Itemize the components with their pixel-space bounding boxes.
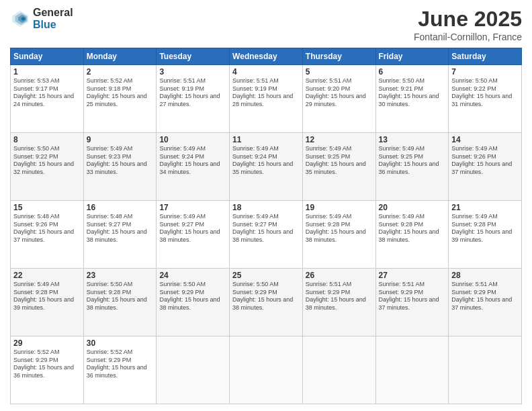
- calendar-day-header: Tuesday: [157, 48, 230, 65]
- calendar-cell: 15 Sunrise: 5:48 AMSunset: 9:26 PMDaylig…: [11, 201, 84, 269]
- day-info: Sunrise: 5:51 AMSunset: 9:29 PMDaylight:…: [451, 281, 519, 312]
- month-title: June 2025: [414, 7, 522, 32]
- calendar-cell: 12 Sunrise: 5:49 AMSunset: 9:25 PMDaylig…: [302, 133, 375, 201]
- day-number: 4: [232, 67, 300, 77]
- calendar-cell: 21 Sunrise: 5:49 AMSunset: 9:28 PMDaylig…: [449, 201, 522, 269]
- day-number: 17: [159, 203, 226, 212]
- calendar-table: SundayMondayTuesdayWednesdayThursdayFrid…: [10, 48, 522, 404]
- day-info: Sunrise: 5:49 AMSunset: 9:23 PMDaylight:…: [87, 145, 154, 177]
- logo-general-text: General: [33, 7, 73, 19]
- day-info: Sunrise: 5:49 AMSunset: 9:28 PMDaylight:…: [13, 281, 81, 312]
- calendar-cell: 11 Sunrise: 5:49 AMSunset: 9:24 PMDaylig…: [230, 133, 303, 201]
- day-info: Sunrise: 5:49 AMSunset: 9:28 PMDaylight:…: [379, 213, 446, 244]
- day-number: 15: [13, 203, 81, 212]
- logo-icon: [10, 9, 30, 29]
- day-info: Sunrise: 5:49 AMSunset: 9:28 PMDaylight:…: [451, 213, 519, 244]
- calendar-week-row: 8 Sunrise: 5:50 AMSunset: 9:22 PMDayligh…: [11, 133, 522, 201]
- calendar-cell: 18 Sunrise: 5:49 AMSunset: 9:27 PMDaylig…: [230, 201, 303, 269]
- day-info: Sunrise: 5:50 AMSunset: 9:22 PMDaylight:…: [13, 145, 81, 177]
- logo: General Blue: [10, 7, 73, 30]
- calendar-cell: 24 Sunrise: 5:50 AMSunset: 9:29 PMDaylig…: [157, 269, 230, 336]
- day-number: 20: [379, 203, 446, 212]
- day-number: 19: [306, 203, 373, 212]
- calendar-cell: 28 Sunrise: 5:51 AMSunset: 9:29 PMDaylig…: [449, 269, 522, 336]
- day-info: Sunrise: 5:52 AMSunset: 9:18 PMDaylight:…: [87, 77, 154, 109]
- calendar-cell: [375, 336, 449, 404]
- day-number: 25: [232, 271, 300, 280]
- day-number: 21: [451, 203, 519, 212]
- day-info: Sunrise: 5:49 AMSunset: 9:28 PMDaylight:…: [306, 213, 373, 244]
- calendar-cell: 16 Sunrise: 5:48 AMSunset: 9:27 PMDaylig…: [83, 201, 157, 269]
- day-number: 30: [87, 338, 154, 348]
- calendar-cell: 20 Sunrise: 5:49 AMSunset: 9:28 PMDaylig…: [375, 201, 449, 269]
- day-info: Sunrise: 5:50 AMSunset: 9:29 PMDaylight:…: [159, 281, 226, 312]
- day-number: 14: [451, 135, 519, 144]
- day-info: Sunrise: 5:51 AMSunset: 9:19 PMDaylight:…: [159, 77, 226, 109]
- day-info: Sunrise: 5:49 AMSunset: 9:24 PMDaylight:…: [159, 145, 226, 177]
- day-info: Sunrise: 5:50 AMSunset: 9:21 PMDaylight:…: [379, 77, 446, 109]
- day-info: Sunrise: 5:51 AMSunset: 9:19 PMDaylight:…: [232, 77, 300, 109]
- day-number: 3: [159, 67, 226, 77]
- day-number: 2: [87, 67, 154, 77]
- calendar-cell: 27 Sunrise: 5:51 AMSunset: 9:29 PMDaylig…: [375, 269, 449, 336]
- calendar-day-header: Wednesday: [230, 48, 303, 65]
- day-number: 18: [232, 203, 300, 212]
- day-info: Sunrise: 5:48 AMSunset: 9:27 PMDaylight:…: [87, 213, 154, 244]
- day-number: 28: [451, 271, 519, 280]
- day-number: 24: [159, 271, 226, 280]
- calendar-cell: 14 Sunrise: 5:49 AMSunset: 9:26 PMDaylig…: [449, 133, 522, 201]
- calendar-header-row: SundayMondayTuesdayWednesdayThursdayFrid…: [11, 48, 522, 65]
- calendar-cell: 7 Sunrise: 5:50 AMSunset: 9:22 PMDayligh…: [449, 65, 522, 133]
- calendar-cell: 4 Sunrise: 5:51 AMSunset: 9:19 PMDayligh…: [230, 65, 303, 133]
- day-number: 11: [232, 135, 300, 144]
- day-number: 12: [306, 135, 373, 144]
- day-number: 9: [87, 135, 154, 144]
- day-info: Sunrise: 5:51 AMSunset: 9:29 PMDaylight:…: [306, 281, 373, 312]
- calendar-cell: 5 Sunrise: 5:51 AMSunset: 9:20 PMDayligh…: [302, 65, 375, 133]
- calendar-cell: 26 Sunrise: 5:51 AMSunset: 9:29 PMDaylig…: [302, 269, 375, 336]
- calendar-cell: [157, 336, 230, 404]
- header: General Blue June 2025 Fontanil-Cornillo…: [10, 7, 522, 42]
- day-info: Sunrise: 5:52 AMSunset: 9:29 PMDaylight:…: [13, 349, 81, 380]
- calendar-day-header: Monday: [83, 48, 157, 65]
- calendar-cell: 1 Sunrise: 5:53 AMSunset: 9:17 PMDayligh…: [11, 65, 84, 133]
- day-info: Sunrise: 5:49 AMSunset: 9:27 PMDaylight:…: [159, 213, 226, 244]
- calendar-cell: 30 Sunrise: 5:52 AMSunset: 9:29 PMDaylig…: [83, 336, 157, 404]
- calendar-cell: 17 Sunrise: 5:49 AMSunset: 9:27 PMDaylig…: [157, 201, 230, 269]
- day-info: Sunrise: 5:50 AMSunset: 9:22 PMDaylight:…: [451, 77, 519, 109]
- day-info: Sunrise: 5:49 AMSunset: 9:27 PMDaylight:…: [232, 213, 300, 244]
- day-info: Sunrise: 5:50 AMSunset: 9:29 PMDaylight:…: [232, 281, 300, 312]
- calendar-cell: 9 Sunrise: 5:49 AMSunset: 9:23 PMDayligh…: [83, 133, 157, 201]
- location: Fontanil-Cornillon, France: [414, 32, 522, 42]
- day-info: Sunrise: 5:49 AMSunset: 9:26 PMDaylight:…: [451, 145, 519, 177]
- day-number: 29: [13, 338, 81, 348]
- day-number: 10: [159, 135, 226, 144]
- day-number: 22: [13, 271, 81, 280]
- calendar-cell: [449, 336, 522, 404]
- day-number: 5: [306, 67, 373, 77]
- title-block: June 2025 Fontanil-Cornillon, France: [414, 7, 522, 42]
- logo-blue-text: Blue: [33, 19, 73, 31]
- day-number: 7: [451, 67, 519, 77]
- calendar-cell: 19 Sunrise: 5:49 AMSunset: 9:28 PMDaylig…: [302, 201, 375, 269]
- day-info: Sunrise: 5:51 AMSunset: 9:20 PMDaylight:…: [306, 77, 373, 109]
- calendar-cell: 13 Sunrise: 5:49 AMSunset: 9:25 PMDaylig…: [375, 133, 449, 201]
- day-number: 1: [13, 67, 81, 77]
- calendar-cell: 3 Sunrise: 5:51 AMSunset: 9:19 PMDayligh…: [157, 65, 230, 133]
- calendar-cell: 10 Sunrise: 5:49 AMSunset: 9:24 PMDaylig…: [157, 133, 230, 201]
- logo-text: General Blue: [33, 7, 73, 30]
- day-number: 8: [13, 135, 81, 144]
- calendar-cell: 25 Sunrise: 5:50 AMSunset: 9:29 PMDaylig…: [230, 269, 303, 336]
- calendar-week-row: 22 Sunrise: 5:49 AMSunset: 9:28 PMDaylig…: [11, 269, 522, 336]
- calendar-cell: 6 Sunrise: 5:50 AMSunset: 9:21 PMDayligh…: [375, 65, 449, 133]
- calendar-day-header: Friday: [375, 48, 449, 65]
- day-info: Sunrise: 5:53 AMSunset: 9:17 PMDaylight:…: [13, 77, 81, 109]
- calendar-day-header: Sunday: [11, 48, 84, 65]
- day-number: 13: [379, 135, 446, 144]
- calendar-week-row: 1 Sunrise: 5:53 AMSunset: 9:17 PMDayligh…: [11, 65, 522, 133]
- day-info: Sunrise: 5:52 AMSunset: 9:29 PMDaylight:…: [87, 349, 154, 380]
- calendar-cell: 22 Sunrise: 5:49 AMSunset: 9:28 PMDaylig…: [11, 269, 84, 336]
- calendar-cell: [302, 336, 375, 404]
- calendar-cell: 2 Sunrise: 5:52 AMSunset: 9:18 PMDayligh…: [83, 65, 157, 133]
- calendar-cell: 8 Sunrise: 5:50 AMSunset: 9:22 PMDayligh…: [11, 133, 84, 201]
